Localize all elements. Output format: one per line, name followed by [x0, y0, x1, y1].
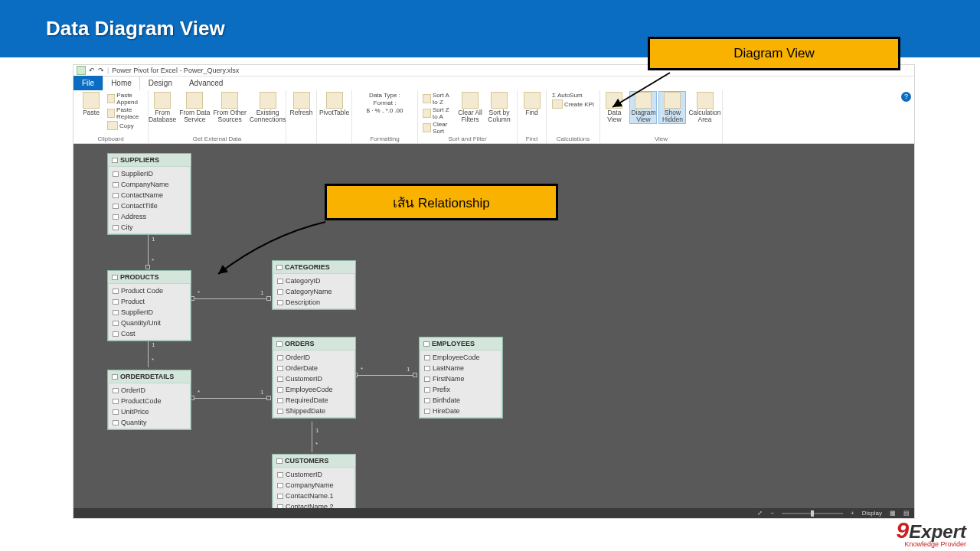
- create-kpi-button[interactable]: Create KPI: [552, 99, 594, 109]
- diagram-view-button[interactable]: Diagram View: [630, 92, 656, 123]
- rel-line[interactable]: [188, 298, 271, 299]
- from-other-button[interactable]: From Other Sources: [213, 92, 246, 123]
- paste-button[interactable]: Paste: [78, 92, 104, 116]
- format-label[interactable]: Format :: [374, 99, 397, 106]
- qat-redo-icon[interactable]: ↷: [98, 67, 104, 74]
- datatype-label[interactable]: Data Type :: [369, 92, 400, 99]
- rel-endpoint: [413, 373, 417, 377]
- sort-za-button[interactable]: Sort Z to A: [423, 106, 454, 120]
- field-item[interactable]: Quantity/Unit: [108, 318, 191, 328]
- show-hidden-button[interactable]: Show Hidden: [659, 92, 685, 123]
- field-item[interactable]: UnitPrice: [108, 406, 191, 417]
- field-item[interactable]: City: [108, 222, 191, 233]
- status-display[interactable]: Display: [862, 510, 882, 517]
- table-header[interactable]: CATEGORIES: [273, 261, 355, 274]
- field-item[interactable]: EmployeeCode: [273, 384, 355, 395]
- autosum-button[interactable]: Σ AutoSum: [552, 92, 583, 99]
- tab-advanced[interactable]: Advanced: [181, 76, 231, 90]
- field-item[interactable]: SupplierID: [108, 168, 191, 179]
- callout-relationship: เส้น Relationship: [325, 184, 558, 220]
- qat-undo-icon[interactable]: ↶: [89, 67, 95, 74]
- table-header[interactable]: ORDERS: [273, 337, 355, 350]
- table-header[interactable]: SUPPLIERS: [108, 154, 191, 167]
- table-header[interactable]: CUSTOMERS: [273, 455, 355, 468]
- field-item[interactable]: Product Code: [108, 285, 191, 296]
- tab-home[interactable]: Home: [103, 76, 140, 90]
- field-item[interactable]: CustomerID: [273, 373, 355, 384]
- field-item[interactable]: Product: [108, 296, 191, 307]
- field-item[interactable]: Description: [273, 297, 355, 308]
- table-categories[interactable]: CATEGORIES CategoryIDCategoryNameDescrip…: [272, 260, 356, 310]
- table-header[interactable]: EMPLOYEES: [420, 337, 502, 350]
- clear-sort-button[interactable]: Clear Sort: [423, 121, 454, 135]
- data-view-button[interactable]: Data View: [601, 92, 627, 123]
- from-dataservice-button[interactable]: From Data Service: [179, 92, 210, 123]
- pivottable-button[interactable]: PivotTable: [319, 92, 349, 116]
- field-item[interactable]: SupplierID: [108, 307, 191, 318]
- rel-line[interactable]: [351, 375, 417, 376]
- copy-button[interactable]: Copy: [107, 121, 134, 130]
- rel-cardinality: 1: [152, 341, 155, 348]
- clear-filters-button[interactable]: Clear All Filters: [457, 92, 483, 123]
- view-icon-2[interactable]: ▤: [903, 510, 910, 517]
- table-header[interactable]: PRODUCTS: [108, 271, 191, 284]
- field-item[interactable]: CategoryName: [273, 286, 355, 297]
- field-item[interactable]: OrderDate: [273, 363, 355, 373]
- field-item[interactable]: ContactName: [108, 190, 191, 201]
- refresh-button[interactable]: Refresh: [289, 92, 315, 116]
- field-item[interactable]: Prefix: [420, 384, 502, 395]
- from-database-button[interactable]: From Database: [149, 92, 176, 123]
- field-item[interactable]: CategoryID: [273, 276, 355, 286]
- table-header[interactable]: ORDERDETAILS: [108, 370, 191, 383]
- field-item[interactable]: Birthdate: [420, 395, 502, 406]
- rel-line[interactable]: [312, 422, 312, 452]
- table-icon: [112, 158, 118, 163]
- paste-append-button[interactable]: Paste Append: [107, 92, 143, 106]
- field-item[interactable]: ContactTitle: [108, 201, 191, 211]
- field-item[interactable]: ShippedDate: [273, 406, 355, 416]
- field-item[interactable]: Quantity: [108, 417, 191, 428]
- help-icon[interactable]: ?: [901, 92, 911, 102]
- field-item[interactable]: CompanyName: [108, 179, 191, 190]
- rel-line[interactable]: [148, 230, 149, 268]
- field-item[interactable]: ContactName.2: [273, 501, 355, 508]
- sort-az-button[interactable]: Sort A to Z: [423, 92, 454, 106]
- existing-connections-button[interactable]: Existing Connections: [250, 92, 286, 123]
- zoom-in-icon[interactable]: +: [851, 510, 854, 517]
- table-orderdetails[interactable]: ORDERDETAILS OrderIDProductCodeUnitPrice…: [107, 370, 191, 430]
- zoom-out-icon[interactable]: −: [770, 510, 774, 517]
- field-item[interactable]: OrderID: [108, 385, 191, 396]
- calc-area-button[interactable]: Calculation Area: [688, 92, 720, 123]
- field-item[interactable]: OrderID: [273, 352, 355, 363]
- rel-line[interactable]: [148, 340, 149, 367]
- table-suppliers[interactable]: SUPPLIERS SupplierIDCompanyNameContactNa…: [107, 153, 191, 235]
- ribbon-group-view: Data View Diagram View Show Hidden Calcu…: [600, 90, 723, 143]
- tab-file[interactable]: File: [74, 76, 103, 90]
- field-item[interactable]: ContactName.1: [273, 491, 355, 501]
- field-label: CategoryName: [286, 288, 332, 295]
- rel-line[interactable]: [188, 398, 271, 399]
- field-item[interactable]: CompanyName: [273, 480, 355, 491]
- paste-replace-button[interactable]: Paste Replace: [107, 106, 143, 120]
- sort-by-column-button[interactable]: Sort by Column: [486, 92, 512, 123]
- field-item[interactable]: CustomerID: [273, 469, 355, 480]
- format-symbols[interactable]: $ · % , *.0 .00: [366, 107, 403, 114]
- field-item[interactable]: HireDate: [420, 406, 502, 416]
- table-employees[interactable]: EMPLOYEES EmployeeCodeLastNameFirstNameP…: [419, 337, 503, 419]
- field-label: LastName: [433, 364, 464, 372]
- field-item[interactable]: Address: [108, 211, 191, 222]
- table-products[interactable]: PRODUCTS Product CodeProductSupplierIDQu…: [107, 270, 191, 341]
- table-orders[interactable]: ORDERS OrderIDOrderDateCustomerIDEmploye…: [272, 337, 356, 419]
- field-item[interactable]: Cost: [108, 328, 191, 339]
- view-icon-1[interactable]: ▦: [890, 510, 896, 517]
- zoom-slider[interactable]: [782, 513, 843, 514]
- tab-design[interactable]: Design: [140, 76, 181, 90]
- field-item[interactable]: LastName: [420, 363, 502, 373]
- field-item[interactable]: EmployeeCode: [420, 352, 502, 363]
- field-item[interactable]: FirstName: [420, 373, 502, 384]
- fit-icon[interactable]: ⤢: [757, 510, 763, 517]
- find-button[interactable]: Find: [519, 92, 545, 116]
- table-customers[interactable]: CUSTOMERS CustomerIDCompanyNameContactNa…: [272, 454, 356, 508]
- field-item[interactable]: RequiredDate: [273, 395, 355, 406]
- field-item[interactable]: ProductCode: [108, 396, 191, 406]
